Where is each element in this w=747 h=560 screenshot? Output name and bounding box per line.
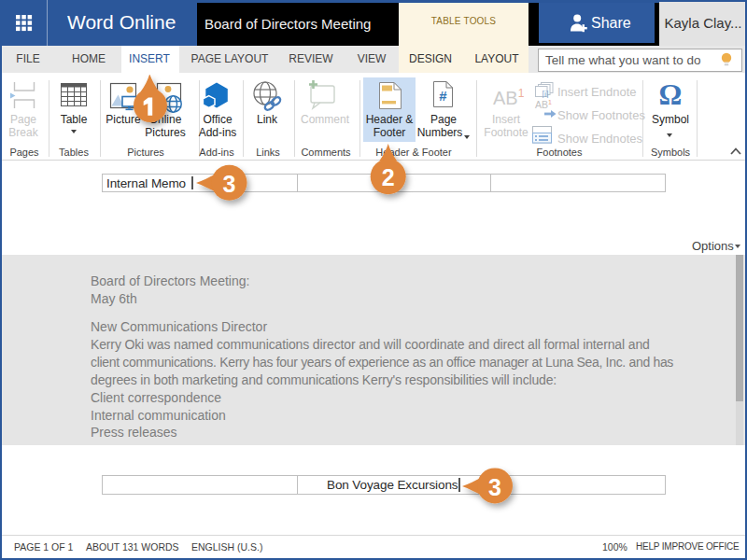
svg-text:[i]: [i] bbox=[542, 90, 548, 99]
svg-text:#: # bbox=[439, 88, 447, 104]
